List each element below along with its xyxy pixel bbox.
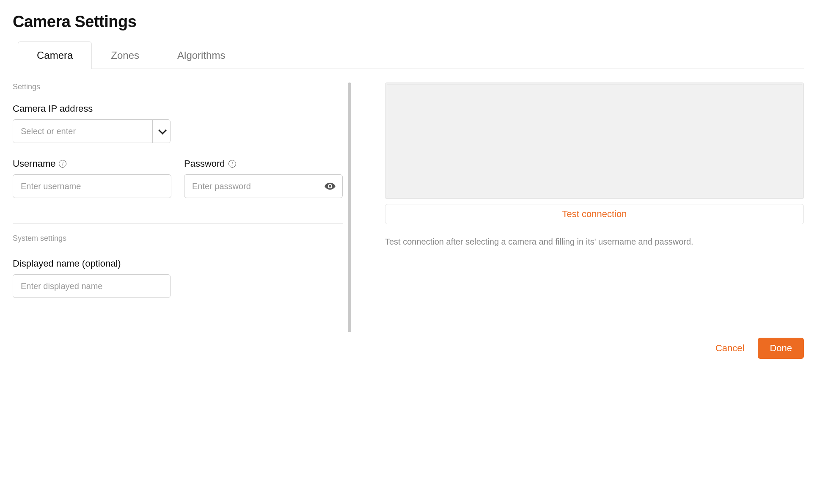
eye-icon[interactable] xyxy=(324,180,336,192)
username-input[interactable] xyxy=(13,174,171,198)
footer-actions: Cancel Done xyxy=(385,338,804,359)
password-label: Password i xyxy=(184,158,343,169)
field-displayed-name: Displayed name (optional) xyxy=(13,258,343,298)
password-input[interactable] xyxy=(184,174,343,198)
displayed-name-label: Displayed name (optional) xyxy=(13,258,343,269)
tab-camera[interactable]: Camera xyxy=(18,41,92,69)
tabs: Camera Zones Algorithms xyxy=(18,41,804,69)
tab-zones[interactable]: Zones xyxy=(92,41,158,69)
displayed-name-input[interactable] xyxy=(13,274,171,298)
field-username: Username i xyxy=(13,158,171,198)
info-icon[interactable]: i xyxy=(59,160,66,168)
camera-ip-combo xyxy=(13,119,171,143)
scrollbar[interactable] xyxy=(348,83,351,332)
camera-ip-dropdown-button[interactable] xyxy=(152,120,170,143)
field-password: Password i xyxy=(184,158,343,198)
settings-panel: Settings Camera IP address Username i xyxy=(13,83,351,359)
camera-ip-input[interactable] xyxy=(13,120,152,143)
done-button[interactable]: Done xyxy=(758,338,804,359)
chevron-down-icon xyxy=(158,126,167,135)
info-icon[interactable]: i xyxy=(228,160,236,168)
preview-panel: Test connection Test connection after se… xyxy=(368,83,804,359)
camera-ip-label: Camera IP address xyxy=(13,103,343,114)
page-title: Camera Settings xyxy=(13,13,804,31)
password-label-text: Password xyxy=(184,158,225,169)
camera-preview xyxy=(385,83,804,199)
cancel-button[interactable]: Cancel xyxy=(715,343,744,354)
test-connection-help: Test connection after selecting a camera… xyxy=(385,234,804,249)
tab-algorithms[interactable]: Algorithms xyxy=(158,41,244,69)
divider xyxy=(13,223,343,224)
username-label-text: Username xyxy=(13,158,55,169)
test-connection-button[interactable]: Test connection xyxy=(385,204,804,224)
section-label-system: System settings xyxy=(13,234,343,243)
username-label: Username i xyxy=(13,158,171,169)
field-camera-ip: Camera IP address xyxy=(13,103,343,143)
section-label-settings: Settings xyxy=(13,83,343,91)
scrollbar-thumb[interactable] xyxy=(348,83,351,332)
